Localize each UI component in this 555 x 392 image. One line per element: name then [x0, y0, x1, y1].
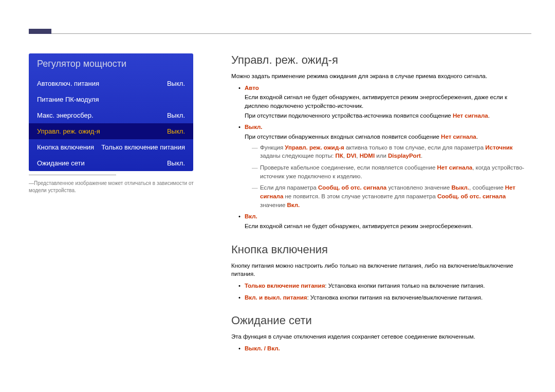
bullet-onlyon: Только включение питания: Установка кноп…: [231, 282, 531, 290]
bullet-list: Авто Если входной сигнал не будет обнару…: [231, 84, 531, 231]
content-area: Управл. реж. ожид-я Можно задать примене…: [231, 53, 531, 356]
bullet-auto: Авто Если входной сигнал не будет обнару…: [231, 84, 531, 120]
osd-menu-item-pcmodule[interactable]: Питание ПК-модуля: [29, 91, 193, 107]
osd-menu-panel: Регулятор мощности Автовключ. питания Вы…: [29, 53, 193, 171]
osd-menu-item-value: Выкл.: [167, 159, 185, 167]
bullet-sub: При отсутствии подключенного устройства-…: [245, 111, 531, 120]
osd-menu-item-maxenergy[interactable]: Макс. энергосбер. Выкл.: [29, 107, 193, 123]
dash-item: Функция Управл. реж. ожид-я активна толь…: [245, 143, 531, 160]
section-intro: Кнопку питания можно настроить либо толь…: [231, 262, 531, 278]
osd-menu-item-value: Выкл.: [167, 111, 185, 119]
osd-menu-item-label: Ожидание сети: [37, 159, 85, 167]
section-intro: Эта функция в случае отключения изделия …: [231, 332, 531, 341]
section-title: Кнопка включения: [231, 243, 531, 256]
osd-menu-item-powerbutton[interactable]: Кнопка включения Только включение питани…: [29, 139, 193, 155]
bullet-offon: Выкл. / Вкл.: [231, 344, 531, 353]
osd-menu-item-standby[interactable]: Управл. реж. ожид-я Выкл.: [29, 123, 193, 139]
osd-menu-title: Регулятор мощности: [29, 53, 193, 76]
bullet-head: Выкл.: [245, 124, 263, 130]
osd-menu-item-label: Кнопка включения: [37, 143, 94, 151]
footnote: ―Представленное изображение может отлича…: [29, 180, 198, 194]
bullet-list: Только включение питания: Установка кноп…: [231, 282, 531, 302]
osd-menu-item-label: Питание ПК-модуля: [37, 96, 99, 103]
osd-menu-item-label: Автовключ. питания: [37, 80, 99, 87]
bullet-sub: При отсутствии обнаруженных входных сигн…: [245, 133, 531, 141]
dash-item: Если для параметра Сообщ. об отс. сигнал…: [245, 183, 531, 209]
dash-item: Проверьте кабельное соединение, если поя…: [245, 163, 531, 180]
osd-menu-item-value: Выкл.: [167, 127, 185, 135]
section-netstandby: Ожидание сети Эта функция в случае отклю…: [231, 314, 531, 352]
osd-menu-item-label: Макс. энергосбер.: [37, 111, 94, 119]
header-accent: [29, 29, 51, 34]
section-title: Ожидание сети: [231, 314, 531, 327]
bullet-off: Выкл. При отсутствии обнаруженных входны…: [231, 123, 531, 209]
osd-menu-item-value: Только включение питания: [101, 143, 185, 151]
osd-menu-item-autopower[interactable]: Автовключ. питания Выкл.: [29, 76, 193, 91]
osd-menu-item-netstandby[interactable]: Ожидание сети Выкл.: [29, 155, 193, 171]
dash-list: Функция Управл. реж. ожид-я активна толь…: [245, 143, 531, 210]
osd-menu-item-value: Выкл.: [167, 80, 185, 87]
section-title: Управл. реж. ожид-я: [231, 53, 531, 67]
section-standby: Управл. реж. ожид-я Можно задать примене…: [231, 53, 531, 231]
section-powerbutton: Кнопка включения Кнопку питания можно на…: [231, 243, 531, 302]
footnote-text: Представленное изображение может отличат…: [29, 180, 194, 193]
section-intro: Можно задать применение режима ожидания …: [231, 72, 531, 81]
header-rule: [51, 33, 531, 34]
bullet-head: Авто: [245, 85, 259, 91]
osd-menu-item-label: Управл. реж. ожид-я: [37, 127, 100, 135]
bullet-on: Вкл. Если входной сигнал не будет обнару…: [231, 212, 531, 230]
bullet-head: Вкл.: [245, 213, 257, 219]
bullet-list: Выкл. / Вкл.: [231, 344, 531, 353]
bullet-sub: Если входной сигнал не будет обнаружен, …: [245, 222, 531, 231]
footnote-rule: [29, 175, 116, 175]
page: Регулятор мощности Автовключ. питания Вы…: [0, 0, 555, 392]
bullet-sub: Если входной сигнал не будет обнаружен, …: [245, 93, 531, 110]
bullet-onoff: Вкл. и выкл. питания: Установка кнопки п…: [231, 293, 531, 302]
